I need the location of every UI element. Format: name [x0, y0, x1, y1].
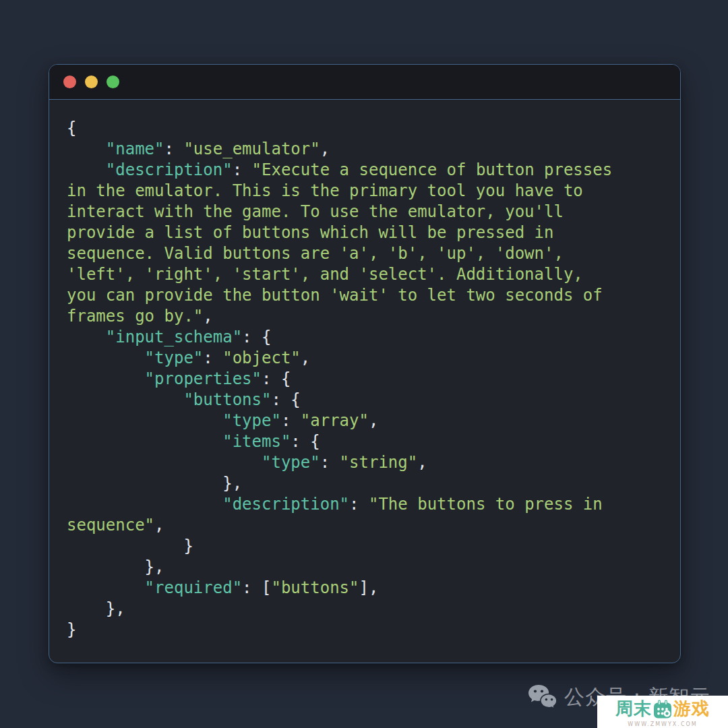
close-button[interactable] [63, 75, 76, 88]
watermark-logo: 周末 游戏 [615, 697, 710, 721]
page-background: { "name": "use_emulator", "description":… [0, 0, 728, 728]
wechat-icon [528, 684, 557, 711]
watermark-card: 周末 游戏 WWW.ZMWYX.COM [597, 696, 728, 728]
calendar-icon [653, 699, 673, 719]
minimize-button[interactable] [85, 75, 98, 88]
maximize-button[interactable] [107, 75, 119, 88]
watermark-url: WWW.ZMWYX.COM [628, 721, 697, 727]
terminal-window: { "name": "use_emulator", "description":… [49, 64, 681, 663]
code-area: { "name": "use_emulator", "description":… [49, 100, 680, 663]
json-code: { "name": "use_emulator", "description":… [67, 118, 663, 640]
window-titlebar[interactable] [49, 65, 680, 100]
watermark-text-left: 周末 [615, 697, 652, 721]
watermark-text-right: 游戏 [673, 697, 710, 721]
